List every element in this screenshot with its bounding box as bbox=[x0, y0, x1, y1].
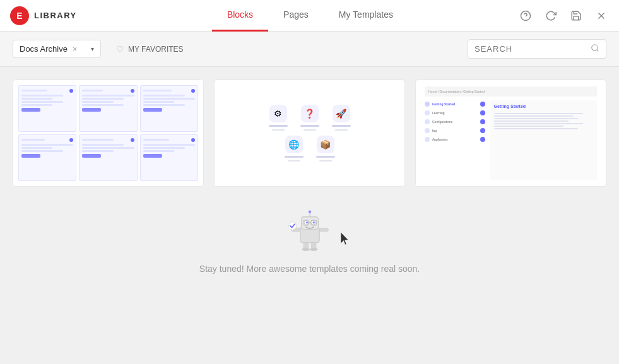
breadcrumb-bar: Home / Documentation / Getting Started bbox=[425, 86, 597, 97]
mock-cell-2 bbox=[79, 85, 137, 132]
hosting-icon: 🌐 bbox=[285, 136, 303, 153]
stay-tuned-section: Stay tuned! More awesome templates comin… bbox=[13, 199, 606, 286]
logo-icon: E bbox=[10, 6, 29, 25]
icon-item-5: 📦 bbox=[316, 136, 335, 161]
dropdown-clear-icon[interactable]: × bbox=[73, 45, 77, 54]
search-area bbox=[468, 39, 606, 59]
icon-item-3: 🚀 bbox=[332, 105, 351, 131]
svg-point-20 bbox=[302, 248, 309, 251]
icon-row-top: ⚙ ❓ 🚀 bbox=[269, 105, 351, 131]
category-dropdown[interactable]: Docs Archive × ▾ bbox=[13, 40, 101, 58]
mock-cell-3 bbox=[140, 85, 198, 132]
card-3-content: Getting Started bbox=[490, 100, 597, 180]
icon-row-bottom: 🌐 📦 bbox=[285, 136, 335, 161]
search-icon[interactable] bbox=[591, 44, 599, 54]
card-2-preview: ⚙ ❓ 🚀 bbox=[215, 80, 404, 186]
dropdown-label: Docs Archive bbox=[20, 44, 68, 54]
svg-point-10 bbox=[305, 221, 308, 224]
heart-icon: ♡ bbox=[116, 44, 124, 54]
template-card-1[interactable] bbox=[13, 79, 204, 187]
logo-text: LIBRARY bbox=[34, 11, 77, 20]
toolbar: Docs Archive × ▾ ♡ MY FAVORITES bbox=[0, 32, 619, 67]
svg-point-11 bbox=[312, 221, 315, 224]
tabs-container: Blocks Pages My Templates bbox=[102, 0, 518, 31]
sidebar-configurations: Configurations bbox=[425, 118, 485, 126]
icon-item-4: 🌐 bbox=[285, 136, 304, 161]
template-card-3[interactable]: Home / Documentation / Getting Started G… bbox=[415, 79, 606, 187]
svg-point-21 bbox=[310, 248, 317, 251]
getting-started-icon: 🚀 bbox=[333, 105, 350, 122]
icon-item-2: ❓ bbox=[300, 105, 319, 131]
apps-icon: 📦 bbox=[317, 136, 334, 153]
favorites-label: MY FAVORITES bbox=[128, 45, 184, 54]
mock-cell-4 bbox=[18, 134, 76, 181]
sidebar-learning: Learning bbox=[425, 109, 485, 117]
search-input[interactable] bbox=[475, 44, 586, 54]
faq-icon: ❓ bbox=[301, 105, 319, 122]
mock-cell-5 bbox=[79, 134, 137, 181]
chevron-down-icon: ▾ bbox=[91, 45, 94, 52]
sidebar-getting-started: Getting Started bbox=[425, 100, 485, 108]
save-icon[interactable] bbox=[569, 8, 584, 23]
tab-my-templates[interactable]: My Templates bbox=[324, 0, 408, 32]
header-actions bbox=[518, 8, 609, 23]
template-card-2[interactable]: ⚙ ❓ 🚀 bbox=[214, 79, 405, 187]
close-icon[interactable] bbox=[594, 8, 609, 23]
svg-line-5 bbox=[597, 50, 599, 52]
logo-area: E LIBRARY bbox=[10, 6, 77, 25]
svg-rect-7 bbox=[301, 217, 318, 230]
main-content: ⚙ ❓ 🚀 bbox=[0, 67, 619, 364]
mock-cell-1 bbox=[18, 85, 76, 132]
tab-pages[interactable]: Pages bbox=[268, 0, 324, 32]
card-3-layout: Getting Started Learning Configurations bbox=[425, 100, 597, 180]
config-icon: ⚙ bbox=[269, 105, 287, 122]
favorites-button[interactable]: ♡ MY FAVORITES bbox=[111, 40, 189, 58]
tab-blocks[interactable]: Blocks bbox=[212, 0, 268, 32]
stay-tuned-text: Stay tuned! More awesome templates comin… bbox=[199, 264, 420, 274]
help-icon[interactable] bbox=[518, 8, 533, 23]
mock-cell-6 bbox=[140, 134, 198, 181]
svg-rect-16 bbox=[319, 228, 328, 232]
refresh-icon[interactable] bbox=[543, 8, 558, 23]
svg-point-23 bbox=[308, 211, 310, 213]
card-1-preview bbox=[13, 80, 203, 186]
svg-point-4 bbox=[592, 45, 598, 50]
sidebar-faq: faq bbox=[425, 127, 485, 134]
card-3-sidebar: Getting Started Learning Configurations bbox=[425, 100, 485, 180]
icon-item-1: ⚙ bbox=[269, 105, 288, 131]
robot-illustration bbox=[281, 206, 338, 256]
sidebar-appliances: Appliances bbox=[425, 136, 485, 143]
cards-grid: ⚙ ❓ 🚀 bbox=[13, 79, 606, 187]
header: E LIBRARY Blocks Pages My Templates bbox=[0, 0, 619, 32]
card-3-preview: Home / Documentation / Getting Started G… bbox=[416, 80, 606, 186]
